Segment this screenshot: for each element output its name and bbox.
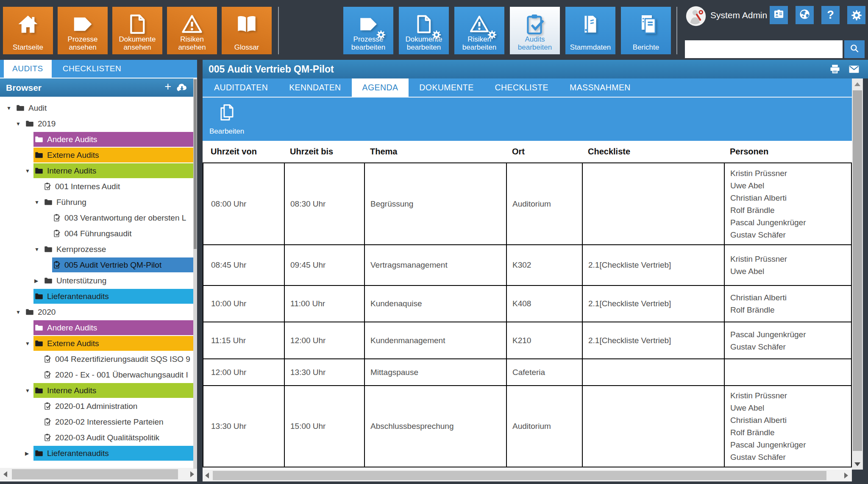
tree-item[interactable]: 004 Rezertifizierungsaudit SQS ISO 9 <box>0 351 197 367</box>
tile-risiken-ansehen[interactable]: Risiken ansehen <box>167 7 217 54</box>
tree-item[interactable]: ▼Audit <box>0 100 197 116</box>
tab-checklisten[interactable]: CHECKLISTEN <box>52 60 130 78</box>
tab-audits[interactable]: AUDITS <box>4 60 52 78</box>
tree-item[interactable]: Lieferantenaudits <box>0 288 197 304</box>
tree-indent <box>0 430 34 445</box>
tab-massnahmen[interactable]: MASSNAHMEN <box>559 78 641 97</box>
tree-item[interactable]: ▼Externe Audits <box>0 336 197 351</box>
tree-item[interactable]: ▼Interne Audits <box>0 383 197 398</box>
printer-icon[interactable] <box>829 63 841 75</box>
tile-audits-bearbeiten[interactable]: Audits bearbeiten <box>510 7 560 54</box>
mail-icon[interactable] <box>848 63 860 75</box>
scroll-left-arrow[interactable] <box>1 468 9 481</box>
chevron-down-icon[interactable]: ▼ <box>25 163 33 179</box>
agenda-row[interactable]: 11:15 Uhr12:00 UhrKundenmanagementK2102.… <box>203 322 851 359</box>
cell-personen: Kristin PrüssnerUwe Abel <box>724 245 851 285</box>
tile-prozesse-ansehen[interactable]: Prozesse ansehen <box>58 7 108 54</box>
chevron-down-icon[interactable]: ▼ <box>25 336 33 351</box>
tile-dokumente-ansehen[interactable]: Dokumente ansehen <box>112 7 162 54</box>
person-name: Gustav Schäfer <box>730 341 848 353</box>
scroll-thumb[interactable] <box>853 90 862 451</box>
tree-item[interactable]: 001 Internes Audit <box>0 179 197 194</box>
id-card-button[interactable] <box>770 6 788 24</box>
agenda-row[interactable]: 13:30 Uhr15:00 UhrAbschlussbesprechungAu… <box>203 386 851 467</box>
chevron-down-icon[interactable]: ▼ <box>16 116 24 131</box>
tree-item[interactable]: 003 Verantwortung der obersten L <box>0 210 197 226</box>
tree-item[interactable]: 004 Führungsaudit <box>0 226 197 241</box>
search-input[interactable] <box>685 40 843 58</box>
chevron-down-icon[interactable]: ▼ <box>25 383 33 398</box>
person-name: Uwe Abel <box>730 402 848 414</box>
scroll-up-arrow[interactable] <box>852 78 863 90</box>
tree-item[interactable]: ▼2019 <box>0 116 197 131</box>
tree-item[interactable]: 005 Audit Vertrieb QM-Pilot <box>0 257 197 273</box>
tree-item[interactable]: 2020 - Ex - 001 Überwachungsaudit I <box>0 367 197 383</box>
person-name: Gustav Schäfer <box>730 451 848 463</box>
tree-item[interactable]: 2020-03 Audit Qualitätspolitik <box>0 430 197 445</box>
main-tabs: AUDITDATEN KENNDATEN AGENDA DOKUMENTE CH… <box>203 78 852 97</box>
person-name: Rolf Brändle <box>730 304 848 316</box>
tile-stammdaten[interactable]: Stammdaten <box>565 7 615 54</box>
chevron-right-icon[interactable]: ▶ <box>34 273 43 288</box>
tree-item[interactable]: ▼Kernprozesse <box>0 241 197 257</box>
tree-item[interactable]: ▶Lieferantenaudits <box>0 445 197 461</box>
person-name: Uwe Abel <box>730 265 848 277</box>
scroll-right-arrow[interactable] <box>842 470 850 481</box>
tab-label: MASSNAHMEN <box>570 83 631 92</box>
tile-risiken-bearbeiten[interactable]: Risiken bearbeiten <box>454 7 504 54</box>
tree-item[interactable]: ▼2020 <box>0 304 197 320</box>
cell-ort: Auditorium <box>506 386 582 467</box>
agenda-row[interactable]: 12:00 Uhr13:30 UhrMittagspauseCafeteria <box>203 359 851 386</box>
tab-dokumente[interactable]: DOKUMENTE <box>409 78 484 97</box>
tile-prozesse-bearbeiten[interactable]: Prozesse bearbeiten <box>343 7 393 54</box>
scroll-thumb[interactable] <box>12 469 178 479</box>
tile-berichte[interactable]: Berichte <box>621 7 671 54</box>
chevron-down-icon[interactable]: ▼ <box>34 241 43 257</box>
tab-checkliste[interactable]: CHECKLISTE <box>484 78 559 97</box>
person-name: Christian Alberti <box>730 414 848 426</box>
tile-dokumente-bearbeiten[interactable]: Dokumente bearbeiten <box>399 7 449 54</box>
chevron-down-icon[interactable]: ▼ <box>6 100 15 116</box>
tile-glossar[interactable]: Glossar <box>222 7 272 54</box>
agenda-row[interactable]: 08:00 Uhr08:30 UhrBegrüssungAuditoriumKr… <box>203 163 851 245</box>
agenda-row[interactable]: 08:45 Uhr09:45 UhrVertragsmanagementK302… <box>203 245 851 285</box>
cell-ort: K302 <box>506 245 582 285</box>
cloud-download-icon[interactable] <box>175 82 188 92</box>
tree-item[interactable]: Andere Audits <box>0 320 197 336</box>
tree-item[interactable]: ▼Interne Audits <box>0 163 197 179</box>
bearbeiten-button[interactable]: Bearbeiten <box>209 103 244 136</box>
audit-icon <box>44 182 51 191</box>
cell-thema: Abschlussbesprechung <box>364 386 506 467</box>
tree-item[interactable]: Externe Audits <box>0 147 197 163</box>
chevron-right-icon[interactable]: ▶ <box>25 445 33 461</box>
settings-button[interactable] <box>847 6 865 24</box>
audit-tree: ▼Audit▼2019Andere AuditsExterne Audits▼I… <box>0 97 197 468</box>
agenda-row[interactable]: 10:00 Uhr11:00 UhrKundenaquiseK4082.1[Ch… <box>203 285 851 322</box>
tree-item[interactable]: ▶Unterstützung <box>0 273 197 288</box>
chevron-down-icon[interactable]: ▼ <box>16 304 24 320</box>
scroll-down-arrow[interactable] <box>852 459 863 470</box>
chevron-down-icon[interactable]: ▼ <box>34 194 43 210</box>
tree-item[interactable]: ▼Führung <box>0 194 197 210</box>
globe-button[interactable] <box>796 6 814 24</box>
search-button[interactable] <box>844 40 865 58</box>
tree-item[interactable]: 2020-02 Interessierte Parteien <box>0 414 197 430</box>
tree-item[interactable]: Andere Audits <box>0 131 197 147</box>
tile-startseite[interactable]: Startseite <box>3 7 53 54</box>
tab-kenndaten[interactable]: KENNDATEN <box>278 78 351 97</box>
scroll-thumb[interactable] <box>213 471 826 480</box>
column-header: Personen <box>724 141 851 163</box>
tab-agenda[interactable]: AGENDA <box>352 78 409 97</box>
arrow-spacer <box>34 179 43 194</box>
tree-item-label: 004 Führungsaudit <box>64 229 131 238</box>
avatar[interactable] <box>686 6 706 26</box>
scroll-left-arrow[interactable] <box>203 470 211 481</box>
tree-item-bar: 2020 - Ex - 001 Überwachungsaudit I <box>43 367 197 382</box>
tree-item[interactable]: 2020-01 Administration <box>0 398 197 414</box>
scroll-right-arrow[interactable] <box>188 468 196 481</box>
add-icon[interactable]: + <box>164 80 171 93</box>
tab-auditdaten[interactable]: AUDITDATEN <box>203 78 278 97</box>
scroll-thumb[interactable] <box>194 79 197 249</box>
tree-item-bar: Audit <box>15 101 197 115</box>
help-button[interactable]: ? <box>821 6 840 24</box>
